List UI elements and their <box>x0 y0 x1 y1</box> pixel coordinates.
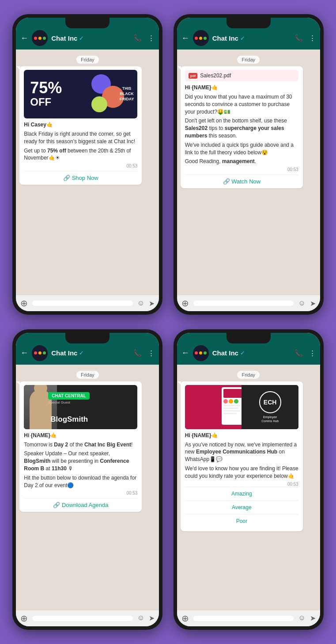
input-bar-2: ⊕ ☺ ➤ <box>177 295 320 311</box>
msg-body2-2: Don't get left on the bottom shelf, use … <box>185 117 298 139</box>
greeting-bold-1: Hi Casey🤙 <box>24 122 53 128</box>
msg-time-2: 00:53 <box>185 167 298 172</box>
promo-image-1: 75% OFF THISBLACKFRIDAY <box>24 70 137 118</box>
greeting-bold-3: Hi {NAME}🤙 <box>24 432 57 438</box>
msg-body2-3: Speaker Update – Our next speaker, BlogS… <box>24 450 137 472</box>
emoji-icon-2[interactable]: ☺ <box>298 299 305 308</box>
mockup-line-3 <box>223 410 240 412</box>
rating-poor-button[interactable]: Poor <box>185 514 298 528</box>
emoji-icon-1[interactable]: ☺ <box>137 299 144 308</box>
menu-icon-1[interactable]: ⋮ <box>148 34 155 42</box>
back-button-2[interactable]: ← <box>181 34 189 43</box>
pdf-attachment: pdf Sales202.pdf <box>185 70 298 81</box>
day-label-4: Friday <box>181 371 317 379</box>
add-icon-3[interactable]: ⊕ <box>20 613 28 624</box>
download-agenda-button[interactable]: 🔗 Download Agenda <box>24 498 137 508</box>
message-input-1[interactable] <box>32 301 133 306</box>
input-bar-1: ⊕ ☺ ➤ <box>16 295 159 311</box>
screen-2: ← Chat Inc ✓ 📞 ⋮ <box>177 18 320 311</box>
day-badge-2: Friday <box>237 56 260 64</box>
menu-icon-3[interactable]: ⋮ <box>148 349 155 357</box>
call-icon-4[interactable]: 📞 <box>294 349 303 357</box>
phone-2: ← Chat Inc ✓ 📞 ⋮ <box>170 9 328 320</box>
chat-area-3: Friday <box>16 365 159 610</box>
rating-average-button[interactable]: Average <box>185 500 298 514</box>
ech-left-panel <box>185 385 242 429</box>
emoji-icon-4[interactable]: ☺ <box>298 614 305 622</box>
msg-body1-2: Did you know that you have a maximum of … <box>185 93 298 115</box>
back-button-3[interactable]: ← <box>20 348 28 358</box>
dot-green-4 <box>204 351 207 354</box>
phone-4: ← Chat Inc ✓ 📞 ⋮ <box>170 324 328 636</box>
avatar-dots-4 <box>195 351 207 354</box>
call-icon-2[interactable]: 📞 <box>294 34 303 42</box>
phone-frame-4: ← Chat Inc ✓ 📞 ⋮ <box>174 329 324 630</box>
message-input-2[interactable] <box>193 301 294 306</box>
menu-icon-4[interactable]: ⋮ <box>309 349 316 357</box>
avatar-1 <box>32 30 48 46</box>
rating-amazing-button[interactable]: Amazing <box>185 487 298 500</box>
mockup-icon-1 <box>223 399 228 404</box>
call-icon-1[interactable]: 📞 <box>133 34 142 42</box>
chat-central-logo: CHAT CENTRAL <box>48 392 90 400</box>
dot-green-3 <box>43 351 46 354</box>
msg-time-1: 00:53 <box>24 164 137 168</box>
back-button-4[interactable]: ← <box>181 348 189 358</box>
notch-2 <box>227 18 271 28</box>
ech-screen-mockup <box>222 387 242 425</box>
dot-yellow-1 <box>38 37 42 40</box>
send-icon-4[interactable]: ➤ <box>310 614 316 622</box>
ech-image: ECH EmployeeComms Hub <box>185 385 298 429</box>
phone-frame-1: ← Chat Inc ✓ 📞 ⋮ <box>12 14 162 315</box>
add-icon-4[interactable]: ⊕ <box>181 613 189 624</box>
send-icon-1[interactable]: ➤ <box>149 299 155 308</box>
chat-title-4: Chat Inc <box>212 349 238 357</box>
black-friday-banner: 75% OFF THISBLACKFRIDAY <box>24 70 137 118</box>
verified-4: ✓ <box>240 350 245 356</box>
dot-red-1 <box>34 37 37 40</box>
menu-icon-2[interactable]: ⋮ <box>309 34 316 42</box>
msg-time-4: 00:53 <box>185 482 298 487</box>
back-button-1[interactable]: ← <box>20 34 28 43</box>
chat-central-image: CHAT CENTRAL Special Guest BlogSmith <box>24 385 137 429</box>
msg-greeting-4: Hi {NAME}🤙 <box>185 432 298 439</box>
message-bubble-2: pdf Sales202.pdf Hi {NAME}🤙 Did you know… <box>181 66 303 188</box>
watch-now-button[interactable]: 🔗 Watch Now <box>185 175 298 185</box>
bf-side-text: THISBLACKFRIDAY <box>120 87 134 102</box>
ech-logo-circle: ECH <box>259 391 281 413</box>
send-icon-2[interactable]: ➤ <box>310 299 316 308</box>
input-icons-2: ☺ ➤ <box>298 299 315 308</box>
avatar-2 <box>193 30 209 46</box>
day-badge-4: Friday <box>237 371 260 379</box>
day-label-1: Friday <box>19 56 155 64</box>
send-icon-3[interactable]: ➤ <box>149 614 155 622</box>
input-bar-3: ⊕ ☺ ➤ <box>16 610 159 626</box>
day-label-2: Friday <box>181 56 317 64</box>
msg-body1-4: As you've noticed by now, we've implemen… <box>185 441 298 463</box>
input-icons-3: ☺ ➤ <box>137 614 155 622</box>
add-icon-2[interactable]: ⊕ <box>181 298 189 309</box>
verified-2: ✓ <box>240 35 245 42</box>
msg-body3-2: We've included a quick tips guide above … <box>185 141 298 156</box>
add-icon-1[interactable]: ⊕ <box>20 298 28 309</box>
verified-1: ✓ <box>79 35 84 42</box>
chat-title-2: Chat Inc <box>212 34 238 42</box>
shop-now-button[interactable]: 🔗 Shop Now <box>24 171 137 181</box>
notch-3 <box>65 333 109 343</box>
header-icons-4: 📞 ⋮ <box>294 349 316 357</box>
title-area-1: Chat Inc ✓ <box>51 34 130 42</box>
input-bar-4: ⊕ ☺ ➤ <box>177 610 320 626</box>
message-input-4[interactable] <box>193 616 294 621</box>
mockup-line-1 <box>223 405 240 406</box>
call-icon-3[interactable]: 📞 <box>133 349 142 357</box>
screen-1: ← Chat Inc ✓ 📞 ⋮ <box>16 18 159 311</box>
phone-1: ← Chat Inc ✓ 📞 ⋮ <box>9 9 166 320</box>
bf-75: 75% <box>30 80 62 96</box>
input-icons-1: ☺ ➤ <box>137 299 155 308</box>
mockup-icons <box>223 399 242 404</box>
message-bubble-1: 75% OFF THISBLACKFRIDAY Hi Casey🤙 <box>19 66 142 185</box>
header-icons-2: 📞 ⋮ <box>294 34 316 42</box>
emoji-icon-3[interactable]: ☺ <box>137 614 144 622</box>
screen-3: ← Chat Inc ✓ 📞 ⋮ <box>16 333 159 626</box>
message-input-3[interactable] <box>32 616 133 621</box>
